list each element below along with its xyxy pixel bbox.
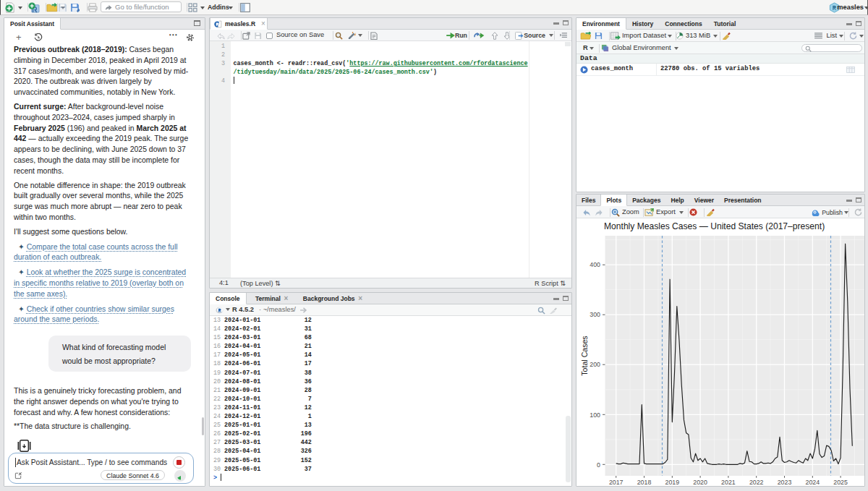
- svg-text:2018: 2018: [637, 479, 652, 486]
- svg-text:400: 400: [590, 261, 600, 268]
- svg-text:2023: 2023: [778, 479, 792, 486]
- svg-text:2021: 2021: [721, 479, 736, 486]
- svg-text:2020: 2020: [693, 479, 707, 486]
- svg-text:0: 0: [597, 461, 600, 469]
- svg-text:2022: 2022: [749, 479, 764, 486]
- svg-text:2017: 2017: [609, 479, 624, 486]
- svg-text:200: 200: [590, 361, 600, 368]
- svg-text:Total Cases: Total Cases: [580, 336, 589, 375]
- svg-text:2024: 2024: [806, 479, 820, 486]
- svg-text:Monthly Measles Cases — United: Monthly Measles Cases — United States (2…: [604, 221, 825, 231]
- svg-text:2019: 2019: [665, 479, 680, 486]
- svg-text:2025: 2025: [833, 479, 848, 486]
- svg-text:300: 300: [590, 311, 600, 318]
- svg-text:100: 100: [590, 411, 600, 419]
